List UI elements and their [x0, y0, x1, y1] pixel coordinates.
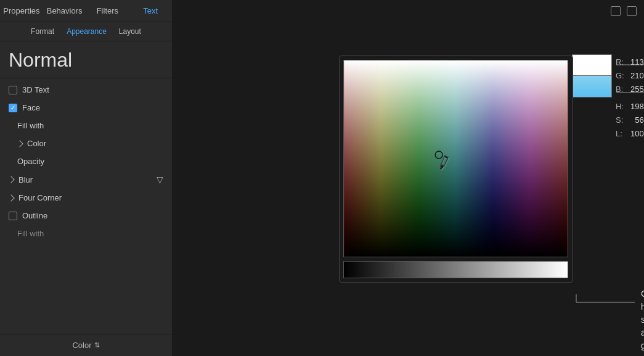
checkbox-3dtext[interactable]: [9, 86, 17, 94]
s-value: 56: [627, 114, 644, 127]
color-r-row: R: 113: [613, 56, 644, 69]
arrow-blur: [7, 176, 14, 183]
svg-rect-2: [344, 60, 568, 257]
h-value: 198: [627, 100, 644, 114]
panel-row-color[interactable]: Color: [0, 135, 172, 152]
tabs-row: Properties Behaviors Filters Text: [0, 0, 172, 22]
grayscale-bar[interactable]: [343, 261, 568, 278]
bottom-color-text: Color: [72, 341, 91, 350]
color-g-row: G: 210: [613, 69, 644, 83]
panel-row-fillwith: Fill with: [0, 117, 172, 135]
original-color-box: [572, 54, 612, 76]
l-label: L:: [613, 127, 627, 141]
left-panel: Properties Behaviors Filters Text Format…: [0, 0, 173, 356]
sub-tabs-row: Format Appearance Layout: [0, 22, 172, 41]
label-fourcorner: Four Corner: [18, 193, 62, 202]
panel-row-face: Face: [0, 99, 172, 117]
color-picker-inner: 🖍: [343, 60, 569, 278]
color-preview-area: [572, 54, 612, 97]
l-value: 100: [627, 127, 644, 141]
b-value: 255: [627, 83, 644, 96]
tab-filters[interactable]: Filters: [86, 0, 129, 22]
label-face: Face: [22, 103, 40, 112]
main-container: Properties Behaviors Filters Text Format…: [0, 0, 644, 356]
new-color-box: [572, 76, 612, 97]
g-label: G:: [613, 69, 627, 83]
r-label: R:: [613, 56, 627, 69]
h-label: H:: [613, 100, 627, 114]
g-value: 210: [627, 69, 644, 83]
annotation-grayscale: Click here to select a grayscale color.: [641, 288, 644, 356]
arrow-color: [16, 140, 23, 147]
color-h-row: H: 198: [613, 100, 644, 114]
bookmark-icon: ▽: [157, 175, 163, 184]
tab-text[interactable]: Text: [129, 0, 172, 22]
sub-tab-appearance[interactable]: Appearance: [67, 27, 107, 36]
b-label: B:: [613, 83, 627, 96]
tab-properties[interactable]: Properties: [0, 0, 43, 22]
checkbox-face[interactable]: [9, 104, 17, 112]
bottom-bar: Color ⇅: [0, 334, 172, 356]
label-fillwith: Fill with: [17, 121, 44, 130]
top-right: [173, 0, 644, 22]
r-value: 113: [627, 56, 644, 69]
right-panel: 🖍 R: 113 G: 210: [173, 0, 644, 356]
arrow-fourcorner: [7, 194, 14, 201]
s-label: S:: [613, 114, 627, 127]
sub-tab-layout[interactable]: Layout: [119, 27, 141, 36]
label-fillwith2: Fill with: [17, 229, 44, 238]
label-outline: Outline: [22, 211, 47, 220]
checkbox-top2[interactable]: [627, 6, 637, 16]
checkbox-top1[interactable]: [611, 6, 621, 16]
panel-row-fillwith2: Fill with: [0, 225, 172, 242]
spectrum-canvas[interactable]: 🖍: [343, 60, 568, 257]
bottom-color-label[interactable]: Color ⇅: [72, 341, 99, 350]
label-blur: Blur: [18, 175, 33, 184]
style-heading: Normal ▲ ▼: [0, 41, 172, 78]
tab-behaviors[interactable]: Behaviors: [43, 0, 86, 22]
color-b-row: B: 255: [613, 83, 644, 96]
panel-items: 3D Text Face Fill with Color Opacity: [0, 78, 172, 334]
color-picker-overlay: 🖍: [339, 56, 573, 283]
panel-row-blur[interactable]: Blur ▽: [0, 170, 172, 189]
panel-row-3dtext: 3D Text: [0, 81, 172, 99]
checkbox-outline[interactable]: [9, 212, 17, 220]
label-opacity: Opacity: [17, 157, 44, 166]
sub-tab-format[interactable]: Format: [31, 27, 54, 36]
label-3dtext: 3D Text: [22, 85, 49, 94]
panel-row-opacity: Opacity: [0, 152, 172, 170]
color-s-row: S: 56: [613, 114, 644, 127]
label-color: Color: [27, 139, 46, 148]
color-l-row: L: 100: [613, 127, 644, 141]
bottom-arrows-icon: ⇅: [94, 341, 100, 349]
panel-row-outline: Outline: [0, 207, 172, 225]
panel-row-fourcorner[interactable]: Four Corner: [0, 189, 172, 207]
